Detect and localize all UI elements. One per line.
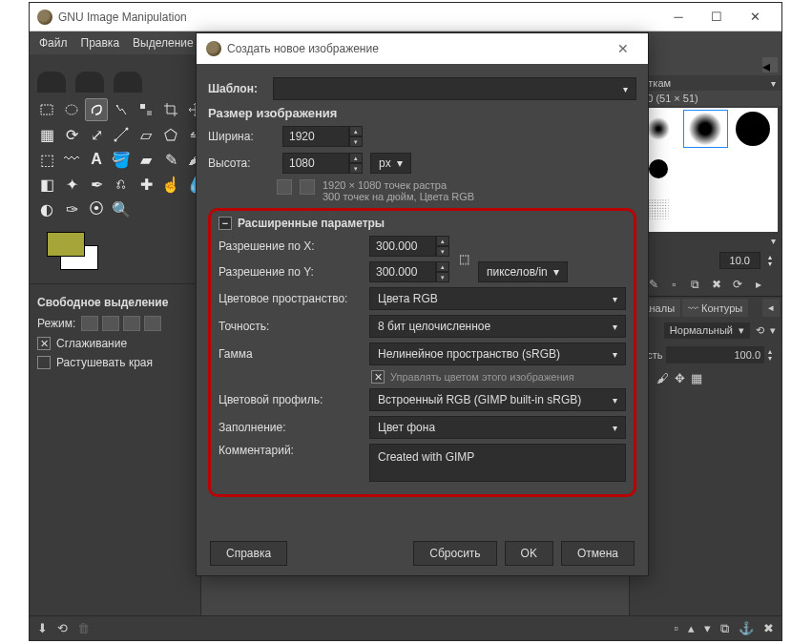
sb-up-icon[interactable]: ▴	[688, 621, 695, 635]
gradient-tool[interactable]: ▰	[135, 148, 157, 171]
opacity-spinner[interactable]: ▴▾	[764, 348, 776, 362]
brush-item[interactable]	[730, 150, 776, 188]
eraser-tool[interactable]: ◧	[35, 173, 58, 196]
mode-subtract-icon[interactable]	[123, 316, 140, 331]
color-manage-checkbox[interactable]: ✕	[371, 370, 385, 384]
sb-dup-icon[interactable]: ⧉	[720, 621, 729, 636]
clone-tool[interactable]: ⎌	[110, 173, 133, 196]
precision-dropdown[interactable]: 8 бит целочисленное▾	[369, 315, 626, 338]
text-tool[interactable]: A	[85, 148, 108, 171]
pencil-tool[interactable]: ✎	[159, 148, 182, 171]
brush-item[interactable]	[683, 190, 729, 228]
minimize-button[interactable]: ─	[659, 4, 697, 31]
by-color-select-tool[interactable]	[135, 98, 157, 121]
size-unit-dropdown[interactable]: px ▾	[370, 153, 411, 174]
chevron-down-icon[interactable]: ▾	[770, 324, 776, 337]
mode-reset-icon[interactable]: ⟲	[756, 324, 764, 337]
spacing-spinner[interactable]: ▴▾	[764, 254, 776, 267]
dock-configure-icon[interactable]: ◂	[762, 57, 778, 73]
mode-add-icon[interactable]	[102, 316, 119, 331]
fill-dropdown[interactable]: Цвет фона▾	[369, 416, 626, 439]
res-x-input[interactable]: ▴▾	[369, 236, 449, 257]
refresh-icon[interactable]: ⟳	[730, 277, 745, 292]
colorspace-dropdown[interactable]: Цвета RGB▾	[369, 287, 626, 310]
shear-tool[interactable]: ▱	[135, 123, 157, 146]
lock-position-icon[interactable]: 🖌	[656, 371, 669, 385]
close-window-button[interactable]: ✕	[736, 4, 774, 31]
dock-tab[interactable]	[75, 72, 104, 93]
open-icon[interactable]: ▸	[751, 277, 766, 292]
brush-item[interactable]	[683, 110, 729, 148]
perspective-tool[interactable]: ⬠	[159, 123, 182, 146]
mode-intersect-icon[interactable]	[144, 316, 161, 331]
sb-delete-icon[interactable]: 🗑	[77, 621, 90, 635]
fuzzy-select-tool[interactable]	[110, 98, 133, 121]
new-icon[interactable]: ▫	[667, 277, 682, 292]
sb-layer-icon[interactable]: ▫	[674, 621, 678, 635]
fg-color[interactable]	[47, 232, 85, 257]
opacity-slider[interactable]: 100.0	[666, 346, 764, 364]
width-input[interactable]: ▴▾	[282, 126, 363, 147]
spin-down-icon[interactable]: ▾	[349, 136, 363, 147]
help-button[interactable]: Справка	[210, 541, 287, 566]
brush-item[interactable]	[730, 110, 776, 148]
rect-select-tool[interactable]	[35, 98, 58, 121]
rotate-tool[interactable]: ⟳	[60, 123, 83, 146]
heal-tool[interactable]: ✚	[135, 173, 157, 196]
dock-tab[interactable]	[114, 72, 142, 93]
path-tool[interactable]: ✑	[60, 197, 83, 220]
tab-configure[interactable]: ◂	[762, 299, 780, 317]
height-input[interactable]: ▴▾	[282, 153, 363, 174]
warp-tool[interactable]: 〰	[60, 148, 83, 171]
sb-del-icon[interactable]: ✖	[763, 621, 774, 635]
res-unit-dropdown[interactable]: пикселов/in ▾	[478, 261, 568, 282]
dialog-titlebar[interactable]: Создать новое изображение ✕	[197, 33, 648, 64]
align-tool[interactable]: ▦	[35, 123, 58, 146]
main-titlebar[interactable]: GNU Image Manipulation ─ ☐ ✕	[30, 3, 781, 31]
width-field[interactable]	[282, 126, 349, 147]
airbrush-tool[interactable]: ✦	[60, 173, 83, 196]
filter-by-tags[interactable]: меткам ▾	[630, 75, 781, 91]
layer-mode-dropdown[interactable]: Нормальный ▾	[664, 322, 750, 339]
zoom-tool[interactable]: 🔍	[110, 197, 133, 220]
cancel-button[interactable]: Отмена	[561, 541, 635, 566]
template-dropdown[interactable]: ▾	[273, 77, 636, 100]
filter-tags-bottom[interactable]: ▾	[630, 234, 781, 248]
gamma-dropdown[interactable]: Нелинейное пространство (sRGB)▾	[369, 343, 626, 365]
brush-grid[interactable]	[634, 108, 778, 232]
cage-tool[interactable]: ⬚	[35, 148, 58, 171]
duplicate-icon[interactable]: ⧉	[688, 277, 703, 292]
height-field[interactable]	[282, 153, 349, 174]
collapse-toggle[interactable]: −	[219, 217, 232, 230]
maximize-button[interactable]: ☐	[697, 4, 736, 31]
color-picker-tool[interactable]: ⦿	[85, 197, 108, 220]
sb-download-icon[interactable]: ⬇	[37, 621, 48, 635]
portrait-icon[interactable]	[277, 179, 292, 195]
free-select-tool[interactable]	[85, 98, 108, 121]
brush-item[interactable]	[683, 150, 729, 188]
smudge-tool[interactable]: ☝	[159, 173, 182, 196]
ink-tool[interactable]: ✒	[85, 173, 108, 196]
profile-dropdown[interactable]: Встроенный RGB (GIMP built-in sRGB)▾	[369, 388, 626, 411]
color-swatches[interactable]	[30, 226, 200, 281]
bucket-fill-tool[interactable]: 🪣	[110, 148, 133, 171]
chain-link-icon[interactable]: ⬚	[457, 252, 470, 265]
menu-file[interactable]: Файл	[39, 36, 68, 50]
spin-up-icon[interactable]: ▴	[349, 153, 363, 163]
lock-alpha-icon[interactable]: ✥	[675, 371, 685, 385]
res-y-input[interactable]: ▴▾	[369, 261, 449, 282]
landscape-icon[interactable]	[300, 179, 315, 195]
sb-refresh-icon[interactable]: ⟲	[57, 621, 68, 635]
dock-tab[interactable]	[37, 72, 66, 93]
reset-button[interactable]: Сбросить	[413, 541, 496, 566]
menu-edit[interactable]: Правка	[81, 36, 120, 50]
mode-replace-icon[interactable]	[81, 316, 98, 331]
ok-button[interactable]: OK	[505, 541, 553, 566]
spin-down-icon[interactable]: ▾	[349, 163, 363, 174]
menu-select[interactable]: Выделение	[133, 36, 194, 50]
sb-down-icon[interactable]: ▾	[704, 621, 711, 635]
delete-icon[interactable]: ✖	[709, 277, 724, 292]
sb-anchor-icon[interactable]: ⚓	[739, 621, 754, 635]
crop-tool[interactable]	[159, 98, 182, 121]
spacing-value[interactable]: 10.0	[719, 252, 760, 269]
